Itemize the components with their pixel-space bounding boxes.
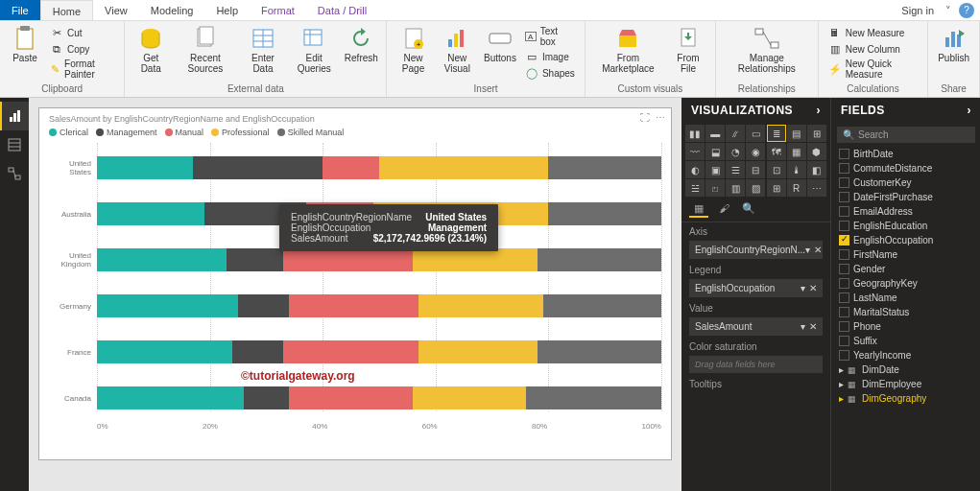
new-column-button[interactable]: ▥New Column xyxy=(825,41,922,57)
bar-segment[interactable] xyxy=(548,202,661,225)
vis-type-icon[interactable]: ⬢ xyxy=(807,143,826,160)
tab-view[interactable]: View xyxy=(93,0,139,20)
tab-file[interactable]: File xyxy=(0,0,40,20)
vis-type-icon[interactable]: ◉ xyxy=(746,143,765,160)
checkbox[interactable] xyxy=(839,235,849,246)
field-item[interactable]: BirthDate xyxy=(831,147,980,161)
new-quick-measure-button[interactable]: ⚡New Quick Measure xyxy=(825,58,922,81)
table-item[interactable]: ▸▦DimEmployee xyxy=(831,377,980,391)
field-item[interactable]: GeographyKey xyxy=(831,276,980,291)
bar-segment[interactable] xyxy=(244,386,289,409)
more-options-icon[interactable]: ⋯ xyxy=(656,112,665,123)
remove-icon[interactable]: ✕ xyxy=(814,245,822,255)
fields-tab[interactable]: ▦ xyxy=(689,202,708,218)
bar-segment[interactable] xyxy=(227,248,283,271)
vis-type-icon[interactable]: ⊞ xyxy=(807,125,826,142)
tab-home[interactable]: Home xyxy=(40,0,93,20)
bar-segment[interactable] xyxy=(97,340,232,363)
vis-type-icon[interactable]: R xyxy=(787,179,806,197)
checkbox[interactable] xyxy=(839,192,849,202)
field-item[interactable]: Suffix xyxy=(831,334,980,348)
recent-sources-button[interactable]: Recent Sources xyxy=(173,23,238,76)
checkbox[interactable] xyxy=(839,221,849,231)
checkbox[interactable] xyxy=(839,206,849,217)
chevron-down-icon[interactable]: ▾ xyxy=(801,321,805,332)
bar-segment[interactable] xyxy=(548,156,661,179)
field-item[interactable]: MaritalStatus xyxy=(831,305,980,319)
field-item[interactable]: EnglishOccupation xyxy=(831,233,980,247)
field-item[interactable]: YearlyIncome xyxy=(831,348,980,362)
paste-button[interactable]: Paste xyxy=(6,23,44,65)
vis-type-icon[interactable]: ▥ xyxy=(726,179,745,197)
bar-segment[interactable] xyxy=(289,386,413,409)
bar-segment[interactable] xyxy=(97,386,244,409)
report-canvas[interactable]: ⛶ ⋯ SalesAmount by EnglishCountryRegionN… xyxy=(29,98,681,491)
saturation-well[interactable]: Drag data fields here xyxy=(689,356,823,373)
legend-well[interactable]: EnglishOccupation▾✕ xyxy=(689,279,823,297)
table-item[interactable]: ▸▦DimGeography xyxy=(831,391,980,406)
checkbox[interactable] xyxy=(839,264,849,274)
report-view-button[interactable] xyxy=(0,102,29,130)
bar-segment[interactable] xyxy=(283,248,413,271)
tab-data-drill[interactable]: Data / Drill xyxy=(306,0,378,20)
remove-icon[interactable]: ✕ xyxy=(809,321,817,332)
bar-segment[interactable] xyxy=(289,294,418,317)
bar-segment[interactable] xyxy=(418,294,542,317)
checkbox[interactable] xyxy=(839,278,849,289)
remove-icon[interactable]: ✕ xyxy=(809,283,817,293)
vis-type-icon[interactable]: ◔ xyxy=(726,143,745,160)
publish-button[interactable]: Publish xyxy=(934,23,973,65)
enter-data-button[interactable]: Enter Data xyxy=(240,23,286,76)
field-item[interactable]: EmailAddress xyxy=(831,204,980,219)
image-button[interactable]: ▭Image xyxy=(521,49,579,64)
field-item[interactable]: EnglishEducation xyxy=(831,219,980,233)
legend-item[interactable]: Manual xyxy=(165,128,204,137)
vis-type-icon[interactable]: ⊞ xyxy=(767,179,786,197)
vis-type-icon[interactable]: ▤ xyxy=(787,125,806,142)
bar-segment[interactable] xyxy=(413,248,537,271)
vis-type-icon[interactable]: 🌡 xyxy=(787,161,806,178)
vis-type-icon[interactable]: ◧ xyxy=(807,161,826,178)
model-view-button[interactable] xyxy=(0,159,29,188)
tab-help[interactable]: Help xyxy=(204,0,250,20)
vis-type-icon[interactable]: ▣ xyxy=(705,161,725,178)
checkbox[interactable] xyxy=(839,321,849,332)
bar-segment[interactable] xyxy=(543,294,661,317)
cut-button[interactable]: ✂Cut xyxy=(46,25,118,40)
axis-well[interactable]: EnglishCountryRegionN...▾✕ xyxy=(689,241,823,259)
bar-segment[interactable] xyxy=(538,340,661,363)
vis-type-icon[interactable]: ⬓ xyxy=(705,143,725,160)
bar-segment[interactable] xyxy=(232,340,283,363)
bar-segment[interactable] xyxy=(97,248,227,271)
vis-type-icon[interactable]: ▭ xyxy=(746,125,765,142)
vis-type-icon[interactable]: ⊡ xyxy=(767,161,786,178)
value-well[interactable]: SalesAmount▾✕ xyxy=(689,317,823,336)
fields-search[interactable]: 🔍Search xyxy=(837,127,975,143)
edit-queries-button[interactable]: Edit Queries xyxy=(288,23,340,76)
bar-segment[interactable] xyxy=(283,340,418,363)
checkbox[interactable] xyxy=(839,307,849,317)
table-item[interactable]: ▸▦DimDate xyxy=(831,362,980,377)
vis-type-icon[interactable]: ☱ xyxy=(685,179,705,197)
bar-segment[interactable] xyxy=(413,386,526,409)
legend-item[interactable]: Clerical xyxy=(49,128,88,137)
bar-segment[interactable] xyxy=(97,156,193,179)
from-marketplace-button[interactable]: From Marketplace xyxy=(591,23,665,76)
vis-type-icon[interactable]: ▦ xyxy=(787,143,806,160)
bar-segment[interactable] xyxy=(379,156,548,179)
textbox-button[interactable]: AText box xyxy=(521,25,579,48)
new-page-button[interactable]: +New Page xyxy=(393,23,433,76)
bar-segment[interactable] xyxy=(538,248,661,271)
format-painter-button[interactable]: ✎Format Painter xyxy=(46,58,118,81)
vis-type-icon[interactable]: 〰 xyxy=(685,143,705,160)
sign-in[interactable]: Sign in xyxy=(894,0,942,20)
get-data-button[interactable]: Get Data xyxy=(131,23,171,76)
vis-type-icon[interactable]: ◐ xyxy=(685,161,705,178)
vis-type-icon[interactable]: ⊟ xyxy=(746,161,765,178)
bar-segment[interactable] xyxy=(193,156,323,179)
checkbox[interactable] xyxy=(839,177,849,188)
vis-type-icon[interactable]: 🗺 xyxy=(767,143,786,160)
chevron-down-icon[interactable]: ▾ xyxy=(805,245,810,255)
field-item[interactable]: CommuteDistance xyxy=(831,161,980,175)
bar-segment[interactable] xyxy=(97,294,238,317)
